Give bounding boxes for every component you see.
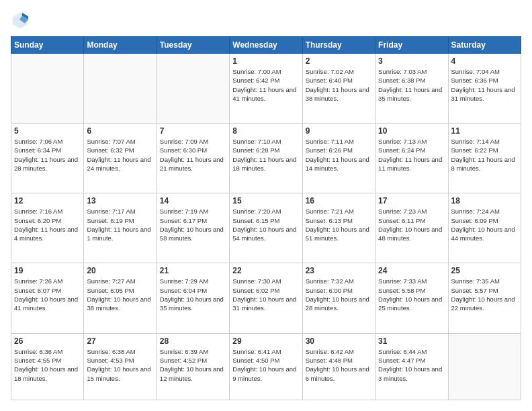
day-info: Sunrise: 7:11 AM Sunset: 6:26 PM Dayligh… (306, 137, 372, 173)
day-number: 11 (451, 126, 518, 136)
calendar-cell: 8Sunrise: 7:10 AM Sunset: 6:28 PM Daylig… (230, 124, 302, 193)
day-info: Sunrise: 7:17 AM Sunset: 6:19 PM Dayligh… (87, 207, 153, 242)
day-info: Sunrise: 7:19 AM Sunset: 6:17 PM Dayligh… (160, 207, 226, 242)
col-header-wednesday: Wednesday (230, 37, 302, 54)
calendar-cell: 17Sunrise: 7:23 AM Sunset: 6:11 PM Dayli… (375, 193, 448, 263)
day-info: Sunrise: 6:44 AM Sunset: 4:47 PM Dayligh… (378, 347, 445, 383)
day-number: 23 (306, 266, 372, 275)
calendar-cell: 18Sunrise: 7:24 AM Sunset: 6:09 PM Dayli… (448, 193, 521, 263)
calendar-week-row: 1Sunrise: 7:00 AM Sunset: 6:42 PM Daylig… (11, 54, 521, 124)
day-info: Sunrise: 7:32 AM Sunset: 6:00 PM Dayligh… (306, 277, 372, 312)
day-info: Sunrise: 7:23 AM Sunset: 6:11 PM Dayligh… (378, 207, 445, 242)
calendar-cell: 16Sunrise: 7:21 AM Sunset: 6:13 PM Dayli… (302, 193, 375, 263)
day-number: 4 (451, 56, 518, 66)
calendar-cell: 3Sunrise: 7:03 AM Sunset: 6:38 PM Daylig… (375, 54, 448, 124)
calendar-cell (84, 54, 157, 124)
day-info: Sunrise: 7:29 AM Sunset: 6:04 PM Dayligh… (160, 277, 226, 312)
day-number: 27 (87, 336, 153, 346)
day-number: 9 (306, 126, 372, 136)
logo-icon (11, 11, 30, 30)
calendar-cell: 13Sunrise: 7:17 AM Sunset: 6:19 PM Dayli… (84, 193, 157, 263)
calendar-cell: 15Sunrise: 7:20 AM Sunset: 6:15 PM Dayli… (230, 193, 302, 263)
calendar-cell: 31Sunrise: 6:44 AM Sunset: 4:47 PM Dayli… (375, 333, 448, 400)
calendar-cell: 21Sunrise: 7:29 AM Sunset: 6:04 PM Dayli… (157, 263, 229, 333)
day-info: Sunrise: 6:39 AM Sunset: 4:52 PM Dayligh… (160, 347, 226, 383)
calendar-cell (448, 333, 521, 400)
calendar-cell: 30Sunrise: 6:42 AM Sunset: 4:48 PM Dayli… (302, 333, 375, 400)
calendar-table: SundayMondayTuesdayWednesdayThursdayFrid… (11, 36, 521, 400)
day-number: 7 (160, 126, 226, 136)
day-info: Sunrise: 7:24 AM Sunset: 6:09 PM Dayligh… (451, 207, 518, 242)
day-info: Sunrise: 6:41 AM Sunset: 4:50 PM Dayligh… (232, 347, 299, 383)
calendar-cell: 6Sunrise: 7:07 AM Sunset: 6:32 PM Daylig… (84, 124, 157, 193)
day-info: Sunrise: 7:14 AM Sunset: 6:22 PM Dayligh… (451, 137, 518, 173)
day-info: Sunrise: 7:09 AM Sunset: 6:30 PM Dayligh… (160, 137, 226, 173)
day-info: Sunrise: 7:10 AM Sunset: 6:28 PM Dayligh… (232, 137, 299, 173)
calendar-cell: 27Sunrise: 6:38 AM Sunset: 4:53 PM Dayli… (84, 333, 157, 400)
day-info: Sunrise: 7:20 AM Sunset: 6:15 PM Dayligh… (232, 207, 299, 242)
day-info: Sunrise: 6:42 AM Sunset: 4:48 PM Dayligh… (306, 347, 372, 383)
day-number: 12 (14, 196, 81, 205)
calendar-cell: 1Sunrise: 7:00 AM Sunset: 6:42 PM Daylig… (230, 54, 302, 124)
calendar-cell: 11Sunrise: 7:14 AM Sunset: 6:22 PM Dayli… (448, 124, 521, 193)
day-number: 5 (14, 126, 81, 136)
calendar-cell (11, 54, 84, 124)
col-header-friday: Friday (375, 37, 448, 54)
day-number: 26 (14, 336, 81, 346)
day-info: Sunrise: 6:38 AM Sunset: 4:53 PM Dayligh… (87, 347, 153, 383)
day-number: 10 (378, 126, 445, 136)
calendar-cell: 23Sunrise: 7:32 AM Sunset: 6:00 PM Dayli… (302, 263, 375, 333)
calendar-cell: 2Sunrise: 7:02 AM Sunset: 6:40 PM Daylig… (302, 54, 375, 124)
calendar-week-row: 12Sunrise: 7:16 AM Sunset: 6:20 PM Dayli… (11, 193, 521, 263)
calendar-cell: 14Sunrise: 7:19 AM Sunset: 6:17 PM Dayli… (157, 193, 229, 263)
day-number: 15 (232, 196, 299, 205)
calendar-cell: 7Sunrise: 7:09 AM Sunset: 6:30 PM Daylig… (157, 124, 229, 193)
col-header-saturday: Saturday (448, 37, 521, 54)
calendar-cell: 4Sunrise: 7:04 AM Sunset: 6:36 PM Daylig… (448, 54, 521, 124)
day-number: 21 (160, 266, 226, 275)
calendar-cell: 5Sunrise: 7:06 AM Sunset: 6:34 PM Daylig… (11, 124, 84, 193)
day-number: 30 (306, 336, 372, 346)
calendar-cell: 22Sunrise: 7:30 AM Sunset: 6:02 PM Dayli… (230, 263, 302, 333)
calendar-week-row: 26Sunrise: 6:36 AM Sunset: 4:55 PM Dayli… (11, 333, 521, 400)
day-number: 20 (87, 266, 153, 275)
day-number: 25 (451, 266, 518, 275)
day-number: 13 (87, 196, 153, 205)
day-info: Sunrise: 7:04 AM Sunset: 6:36 PM Dayligh… (451, 67, 518, 103)
day-info: Sunrise: 7:07 AM Sunset: 6:32 PM Dayligh… (87, 137, 153, 173)
calendar-cell: 20Sunrise: 7:27 AM Sunset: 6:05 PM Dayli… (84, 263, 157, 333)
day-number: 8 (232, 126, 299, 136)
col-header-tuesday: Tuesday (157, 37, 229, 54)
day-number: 24 (378, 266, 445, 275)
header (11, 11, 521, 30)
calendar-cell: 12Sunrise: 7:16 AM Sunset: 6:20 PM Dayli… (11, 193, 84, 263)
logo (11, 11, 32, 30)
calendar-cell: 24Sunrise: 7:33 AM Sunset: 5:58 PM Dayli… (375, 263, 448, 333)
page: SundayMondayTuesdayWednesdayThursdayFrid… (0, 0, 532, 411)
calendar-week-row: 19Sunrise: 7:26 AM Sunset: 6:07 PM Dayli… (11, 263, 521, 333)
col-header-monday: Monday (84, 37, 157, 54)
day-info: Sunrise: 7:16 AM Sunset: 6:20 PM Dayligh… (14, 207, 81, 242)
day-info: Sunrise: 7:06 AM Sunset: 6:34 PM Dayligh… (14, 137, 81, 173)
day-info: Sunrise: 7:03 AM Sunset: 6:38 PM Dayligh… (378, 67, 445, 103)
day-info: Sunrise: 7:00 AM Sunset: 6:42 PM Dayligh… (232, 67, 299, 103)
day-number: 3 (378, 56, 445, 66)
day-number: 6 (87, 126, 153, 136)
day-info: Sunrise: 7:21 AM Sunset: 6:13 PM Dayligh… (306, 207, 372, 242)
calendar-cell: 19Sunrise: 7:26 AM Sunset: 6:07 PM Dayli… (11, 263, 84, 333)
day-number: 14 (160, 196, 226, 205)
day-info: Sunrise: 7:35 AM Sunset: 5:57 PM Dayligh… (451, 277, 518, 312)
day-info: Sunrise: 7:13 AM Sunset: 6:24 PM Dayligh… (378, 137, 445, 173)
day-number: 28 (160, 336, 226, 346)
day-info: Sunrise: 7:33 AM Sunset: 5:58 PM Dayligh… (378, 277, 445, 312)
day-number: 22 (232, 266, 299, 275)
calendar-cell: 29Sunrise: 6:41 AM Sunset: 4:50 PM Dayli… (230, 333, 302, 400)
day-info: Sunrise: 7:26 AM Sunset: 6:07 PM Dayligh… (14, 277, 81, 312)
calendar-cell (157, 54, 229, 124)
calendar-cell: 26Sunrise: 6:36 AM Sunset: 4:55 PM Dayli… (11, 333, 84, 400)
calendar-cell: 10Sunrise: 7:13 AM Sunset: 6:24 PM Dayli… (375, 124, 448, 193)
calendar-cell: 9Sunrise: 7:11 AM Sunset: 6:26 PM Daylig… (302, 124, 375, 193)
col-header-thursday: Thursday (302, 37, 375, 54)
day-number: 18 (451, 196, 518, 205)
day-info: Sunrise: 7:27 AM Sunset: 6:05 PM Dayligh… (87, 277, 153, 312)
